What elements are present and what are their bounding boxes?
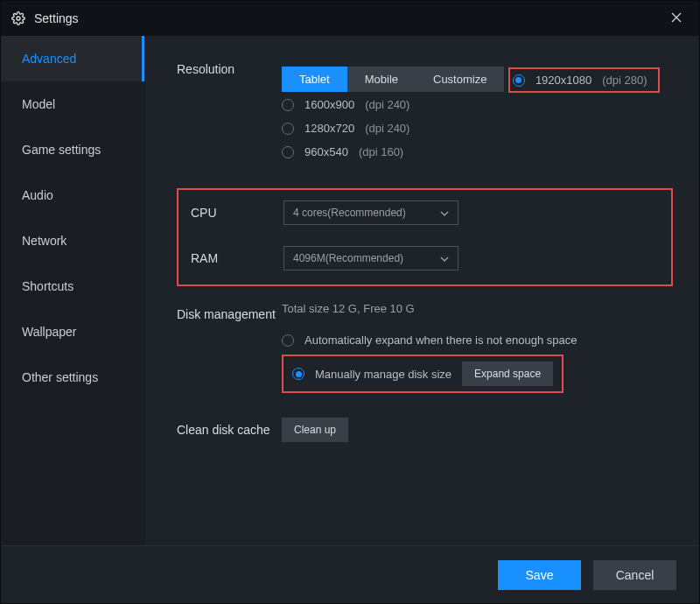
settings-window: Settings Advanced Model Game settings Au… (0, 0, 700, 604)
sidebar-item-advanced[interactable]: Advanced (1, 36, 144, 81)
resolution-label: Resolution (177, 57, 282, 76)
chevron-down-icon (440, 252, 449, 264)
radio-icon (292, 368, 304, 380)
tab-customize[interactable]: Customize (416, 67, 504, 92)
radio-icon (282, 99, 294, 111)
radio-icon (282, 146, 294, 158)
cpu-row: CPU 4 cores(Recommended) (191, 200, 659, 225)
window-title: Settings (34, 11, 79, 25)
cancel-button[interactable]: Cancel (593, 560, 676, 590)
highlight-res: 1920x1080 (dpi 280) (508, 67, 660, 93)
resolution-content: Tablet Mobile Customize 1920x1080 (dpi 2… (282, 57, 673, 164)
tab-mobile[interactable]: Mobile (347, 67, 416, 92)
sidebar-item-game-settings[interactable]: Game settings (1, 127, 144, 172)
body: Advanced Model Game settings Audio Netwo… (1, 36, 699, 545)
resolution-tabs: Tablet Mobile Customize (282, 67, 504, 92)
titlebar-left: Settings (11, 11, 79, 25)
main-panel: Resolution Tablet Mobile Customize 1920x… (145, 36, 699, 545)
radio-icon (282, 123, 294, 135)
highlight-cpu-ram: CPU 4 cores(Recommended) RAM (177, 188, 673, 286)
cpu-label: CPU (191, 200, 284, 220)
disk-row: Disk management Total size 12 G, Free 10… (177, 302, 673, 393)
gear-icon (11, 11, 25, 25)
clean-up-button[interactable]: Clean up (282, 418, 348, 442)
expand-space-button[interactable]: Expand space (462, 362, 553, 386)
disk-label: Disk management (177, 302, 282, 321)
radio-icon (282, 334, 294, 347)
sidebar-item-wallpaper[interactable]: Wallpaper (1, 309, 144, 355)
disk-option-auto[interactable]: Automatically expand when there is not e… (282, 327, 673, 353)
sidebar-item-network[interactable]: Network (1, 218, 144, 263)
sidebar-item-other-settings[interactable]: Other settings (1, 355, 144, 400)
save-button[interactable]: Save (498, 560, 581, 590)
disk-option-manual[interactable]: Manually manage disk size Expand space (292, 360, 553, 388)
footer: Save Cancel (1, 545, 699, 603)
resolution-option-1280[interactable]: 1280x720 (dpi 240) (282, 116, 673, 140)
resolution-option-960[interactable]: 960x540 (dpi 160) (282, 140, 673, 164)
tab-tablet[interactable]: Tablet (282, 67, 347, 92)
close-icon (671, 12, 682, 23)
resolution-row: Resolution Tablet Mobile Customize 1920x… (177, 57, 673, 164)
sidebar-item-audio[interactable]: Audio (1, 172, 144, 218)
svg-point-0 (17, 17, 20, 20)
sidebar-item-shortcuts[interactable]: Shortcuts (1, 263, 144, 309)
disk-content: Total size 12 G, Free 10 G Automatically… (282, 302, 673, 393)
sidebar-item-model[interactable]: Model (1, 81, 144, 127)
clean-row: Clean disk cache Clean up (177, 418, 673, 442)
resolution-option-1600[interactable]: 1600x900 (dpi 240) (282, 93, 673, 116)
resolution-option-1920[interactable]: 1920x1080 (dpi 280) (511, 70, 649, 90)
clean-label: Clean disk cache (177, 418, 282, 437)
radio-icon (513, 74, 525, 87)
chevron-down-icon (440, 207, 449, 219)
ram-label: RAM (191, 246, 284, 265)
close-button[interactable] (664, 7, 689, 30)
disk-info: Total size 12 G, Free 10 G (282, 302, 673, 315)
cpu-select[interactable]: 4 cores(Recommended) (284, 200, 458, 225)
ram-row: RAM 4096M(Recommended) (191, 246, 659, 270)
ram-select[interactable]: 4096M(Recommended) (284, 246, 458, 270)
highlight-disk-manual: Manually manage disk size Expand space (282, 355, 564, 393)
titlebar: Settings (1, 1, 699, 36)
sidebar: Advanced Model Game settings Audio Netwo… (1, 36, 145, 545)
